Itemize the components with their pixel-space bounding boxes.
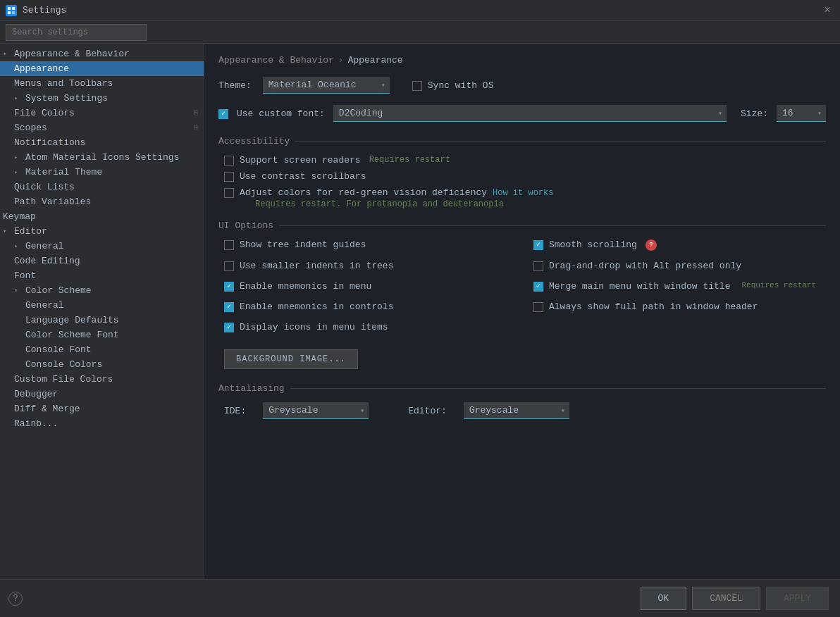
sidebar-item-custom-file-colors[interactable]: Custom File Colors <box>0 372 204 387</box>
editor-aa-label: Editor: <box>408 406 447 416</box>
contrast-scrollbars-checkbox[interactable] <box>224 172 234 182</box>
always-full-path-label: Always show full path in window header <box>549 301 758 312</box>
breadcrumb: Appearance & Behavior › Appearance <box>218 55 826 66</box>
always-full-path-checkbox[interactable] <box>533 302 543 312</box>
editor-aa-select[interactable]: Greyscale Subpixel LCD Off <box>464 402 569 419</box>
copy-icon: ⎘ <box>194 124 198 132</box>
how-it-works-link[interactable]: How it works <box>493 188 553 198</box>
titlebar: Settings × <box>0 0 840 21</box>
sidebar-item-editor[interactable]: Editor <box>0 224 204 239</box>
smooth-scrolling-help-icon[interactable]: ? <box>646 239 657 251</box>
sidebar-item-keymap[interactable]: Keymap <box>0 209 204 224</box>
background-image-button[interactable]: BACKGROUND IMAGE... <box>224 349 358 369</box>
antialiasing-heading: Antialiasing <box>218 383 826 394</box>
sidebar-item-quick-lists[interactable]: Quick Lists <box>0 180 204 194</box>
sidebar-item-system-settings[interactable]: System Settings <box>0 91 204 106</box>
screen-readers-checkbox[interactable] <box>224 156 234 166</box>
sidebar-item-scopes[interactable]: Scopes ⎘ <box>0 120 204 135</box>
display-icons-checkbox[interactable] <box>224 323 234 332</box>
arrow-icon <box>14 168 21 176</box>
mnemonics-menu-checkbox[interactable] <box>224 282 234 292</box>
show-tree-indent-checkbox[interactable] <box>224 240 234 250</box>
size-select[interactable]: 16 <box>777 105 826 122</box>
sync-os-checkbox[interactable] <box>412 81 422 91</box>
sync-row: Sync with OS <box>412 80 494 91</box>
sidebar: Appearance & Behavior Appearance Menus a… <box>0 44 204 579</box>
size-label: Size: <box>741 108 768 119</box>
merge-menu-checkbox[interactable] <box>533 282 543 292</box>
theme-select[interactable]: Material Oceanic <box>263 77 390 94</box>
arrow-icon <box>14 287 21 294</box>
sync-os-label: Sync with OS <box>428 80 494 91</box>
cancel-button[interactable]: CANCEL <box>692 587 760 610</box>
contrast-scrollbars-label: Use contrast scrollbars <box>240 171 366 182</box>
custom-font-checkbox[interactable] <box>218 109 228 119</box>
color-adjust-label: Adjust colors for red-green vision defic… <box>240 187 487 198</box>
sidebar-item-path-variables[interactable]: Path Variables <box>0 194 204 209</box>
ui-options-grid: Show tree indent guides Smooth scrolling… <box>218 239 826 338</box>
arrow-icon <box>14 94 21 102</box>
sidebar-item-general[interactable]: General <box>0 239 204 254</box>
sidebar-item-notifications[interactable]: Notifications <box>0 135 204 150</box>
sidebar-item-appearance-behavior[interactable]: Appearance & Behavior <box>0 46 204 61</box>
sidebar-item-font[interactable]: Font <box>0 268 204 283</box>
arrow-icon <box>3 50 10 58</box>
display-icons-label: Display icons in menu items <box>240 322 388 332</box>
merge-menu-restart: Requires restart <box>741 281 816 289</box>
sidebar-item-console-font[interactable]: Console Font <box>0 342 204 357</box>
sidebar-item-color-scheme[interactable]: Color Scheme <box>0 283 204 298</box>
breadcrumb-separator: › <box>338 55 344 66</box>
sidebar-item-material-theme[interactable]: Material Theme <box>0 165 204 180</box>
search-bar <box>0 21 840 44</box>
color-adjust-checkbox[interactable] <box>224 188 234 198</box>
ide-aa-select[interactable]: Greyscale Subpixel LCD Off <box>263 402 369 419</box>
sidebar-item-color-scheme-font[interactable]: Color Scheme Font <box>0 328 204 342</box>
main-layout: Appearance & Behavior Appearance Menus a… <box>0 44 840 579</box>
smaller-indents-checkbox[interactable] <box>224 261 234 271</box>
sidebar-item-diff-merge[interactable]: Diff & Merge <box>0 401 204 416</box>
help-icon[interactable]: ? <box>8 592 23 606</box>
font-row: Use custom font: D2Coding ▾ Size: 16 ▾ <box>218 105 826 122</box>
font-select[interactable]: D2Coding <box>333 105 727 122</box>
drag-drop-alt-label: Drag-and-drop with Alt pressed only <box>549 261 741 271</box>
theme-label: Theme: <box>218 80 252 91</box>
smooth-scrolling-row: Smooth scrolling ? <box>528 239 826 251</box>
mnemonics-menu-label: Enable mnemonics in menu <box>240 281 371 292</box>
screen-readers-row: Support screen readers Requires restart <box>218 155 826 166</box>
display-icons-row: Display icons in menu items <box>218 322 517 332</box>
drag-drop-alt-checkbox[interactable] <box>533 261 543 271</box>
sidebar-item-appearance[interactable]: Appearance <box>0 61 204 76</box>
theme-select-wrapper: Material Oceanic ▾ <box>263 77 390 94</box>
sidebar-item-language-defaults[interactable]: Language Defaults <box>0 313 204 328</box>
show-tree-indent-row: Show tree indent guides <box>218 239 517 251</box>
search-input[interactable] <box>6 24 147 41</box>
contrast-scrollbars-row: Use contrast scrollbars <box>218 171 826 182</box>
merge-menu-label: Merge main menu with window title <box>549 281 730 292</box>
window-title: Settings <box>23 5 66 15</box>
sidebar-item-console-colors[interactable]: Console Colors <box>0 357 204 372</box>
sidebar-item-rainbow-brackets[interactable]: Rainb... <box>0 416 204 431</box>
smooth-scrolling-checkbox[interactable] <box>533 240 543 250</box>
sidebar-item-atom-material[interactable]: Atom Material Icons Settings <box>0 150 204 165</box>
titlebar-left: Settings <box>6 5 66 16</box>
sidebar-item-code-editing[interactable]: Code Editing <box>0 254 204 268</box>
apply-button[interactable]: APPLY <box>766 587 829 610</box>
bottom-wrapper: OK CANCEL APPLY ? <box>0 579 840 617</box>
sidebar-item-debugger[interactable]: Debugger <box>0 387 204 401</box>
svg-rect-0 <box>8 7 11 10</box>
sidebar-item-file-colors[interactable]: File Colors ⎘ <box>0 106 204 120</box>
editor-aa-select-wrapper: Greyscale Subpixel LCD Off ▾ <box>464 402 569 419</box>
sidebar-item-color-scheme-general[interactable]: General <box>0 298 204 313</box>
color-adjust-content: Adjust colors for red-green vision defic… <box>240 187 553 209</box>
sidebar-item-menus-toolbars[interactable]: Menus and Toolbars <box>0 76 204 91</box>
always-full-path-row: Always show full path in window header <box>528 301 826 312</box>
ok-button[interactable]: OK <box>641 587 687 610</box>
breadcrumb-current: Appearance <box>348 55 403 66</box>
mnemonics-controls-checkbox[interactable] <box>224 302 234 312</box>
mnemonics-controls-row: Enable mnemonics in controls <box>218 301 517 312</box>
drag-drop-alt-row: Drag-and-drop with Alt pressed only <box>528 261 826 271</box>
merge-menu-row: Merge main menu with window title Requir… <box>528 281 826 292</box>
screen-readers-hint: Requires restart <box>369 155 450 165</box>
theme-row: Theme: Material Oceanic ▾ Sync with OS <box>218 77 826 94</box>
close-button[interactable]: × <box>820 4 834 18</box>
